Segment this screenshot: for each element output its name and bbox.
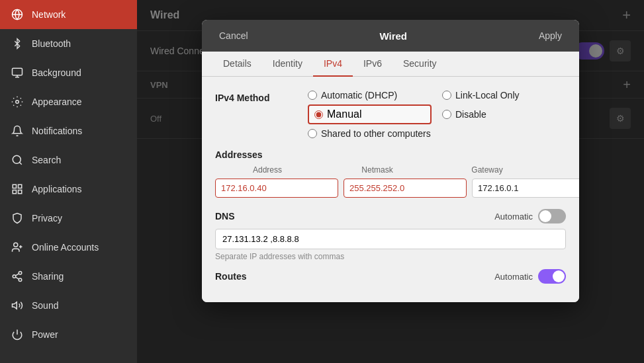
appearance-icon [11,95,24,108]
sidebar-label-notifications: Notifications [32,126,82,136]
sidebar-label-search: Search [32,155,61,165]
ipv4-method-label: IPv4 Method [215,90,308,103]
svg-point-6 [13,155,21,163]
sidebar-label-background: Background [32,67,81,78]
dns-input[interactable] [215,229,566,249]
dns-section: DNS Automatic Separate IP addresses with… [215,209,566,261]
netmask-input[interactable] [344,179,467,198]
power-icon [11,328,24,341]
svg-rect-11 [19,190,22,194]
sidebar-item-appearance[interactable]: Appearance [0,87,137,116]
routes-header-row: Routes Automatic [215,269,566,284]
svg-point-5 [16,101,19,104]
method-automatic-label: Automatic (DHCP) [321,90,397,101]
addresses-section: Addresses Address Netmask Gateway 🗑 [215,149,566,198]
cancel-button[interactable]: Cancel [212,28,255,44]
gateway-input[interactable] [472,179,579,198]
dns-hint: Separate IP addresses with commas [215,252,566,261]
routes-section: Routes Automatic [215,269,566,284]
sidebar-item-power[interactable]: Power [0,320,137,349]
tab-ipv6[interactable]: IPv6 [353,52,392,77]
sidebar-item-bluetooth[interactable]: Bluetooth [0,29,137,58]
sidebar-item-network[interactable]: Network [0,0,137,29]
tab-ipv4[interactable]: IPv4 [313,52,353,77]
method-manual-box[interactable]: Manual [308,104,432,124]
notifications-icon [11,124,24,138]
col-netmask-label: Netmask [325,165,430,175]
sidebar-item-privacy[interactable]: Privacy [0,204,137,233]
wired-modal: Cancel Wired Apply Details Identity IPv4… [202,20,579,302]
svg-rect-10 [13,190,16,194]
svg-rect-8 [13,184,16,188]
svg-line-18 [15,277,19,279]
privacy-icon [11,212,24,225]
modal-header: Cancel Wired Apply [202,20,579,52]
col-gateway-label: Gateway [435,165,539,175]
sidebar-label-privacy: Privacy [32,213,62,223]
sidebar-label-appearance: Appearance [32,97,82,107]
sidebar-item-sound[interactable]: Sound [0,291,137,320]
dns-auto-row: Automatic [494,209,566,223]
sidebar-label-bluetooth: Bluetooth [32,38,71,49]
tab-details[interactable]: Details [212,52,262,77]
sidebar-item-online-accounts[interactable]: Online Accounts [0,233,137,262]
address-row-1: 🗑 [215,177,566,198]
method-disable-radio[interactable] [442,110,451,119]
bluetooth-icon [11,37,24,50]
address-column-headers: Address Netmask Gateway [215,165,566,175]
dns-header-row: DNS Automatic [215,209,566,223]
routes-label: Routes [215,271,246,282]
sidebar-item-background[interactable]: Background [0,58,137,87]
sidebar-item-applications[interactable]: Applications [0,175,137,204]
svg-marker-20 [13,302,17,309]
modal-title: Wired [380,30,408,42]
ipv4-method-section: IPv4 Method Automatic (DHCP) Link-Local … [215,90,566,139]
modal-tabs: Details Identity IPv4 IPv6 Security [202,52,579,77]
network-icon [11,8,24,21]
sidebar-label-online-accounts: Online Accounts [32,242,99,253]
method-automatic-radio[interactable] [308,91,317,100]
dns-automatic-toggle[interactable] [538,209,566,223]
addresses-header: Addresses [215,149,566,160]
method-link-local-label: Link-Local Only [455,90,520,101]
method-automatic[interactable]: Automatic (DHCP) [308,90,432,101]
svg-line-19 [15,274,19,276]
routes-automatic-toggle[interactable] [538,269,566,284]
sidebar: Network Bluetooth Background Appearance [0,0,137,363]
svg-rect-2 [13,68,23,75]
svg-rect-9 [19,184,22,188]
sidebar-label-sharing: Sharing [32,271,64,282]
svg-point-12 [14,243,18,247]
sidebar-item-search[interactable]: Search [0,145,137,175]
dns-toggle-knob [539,210,551,222]
apply-button[interactable]: Apply [532,28,569,44]
sidebar-label-sound: Sound [32,300,58,311]
main-area: Wired + Wired Connection 1 ⚙ VPN + Off ⚙… [137,0,644,363]
routes-automatic-label: Automatic [494,272,533,282]
search-icon [11,153,24,167]
method-link-local-radio[interactable] [442,91,451,100]
method-shared-label: Shared to other computers [321,128,431,139]
method-shared-radio[interactable] [308,129,317,138]
routes-toggle-knob [553,270,565,282]
modal-overlay: Cancel Wired Apply Details Identity IPv4… [137,0,644,363]
dns-automatic-label: Automatic [494,212,533,222]
sidebar-label-power: Power [32,329,58,340]
applications-icon [11,182,24,196]
sidebar-label-applications: Applications [32,184,82,194]
sidebar-item-notifications[interactable]: Notifications [0,116,137,145]
tab-identity[interactable]: Identity [262,52,313,77]
address-input[interactable] [215,179,338,198]
sidebar-item-sharing[interactable]: Sharing [0,262,137,291]
method-manual-label: Manual [327,108,361,120]
svg-point-16 [13,275,16,278]
method-manual-radio[interactable] [314,110,323,119]
method-disable-label: Disable [455,109,486,120]
method-link-local[interactable]: Link-Local Only [442,90,566,101]
col-address-label: Address [215,165,320,175]
method-disable[interactable]: Disable [442,104,566,124]
modal-body: IPv4 Method Automatic (DHCP) Link-Local … [202,77,579,302]
ipv4-options: Automatic (DHCP) Link-Local Only Manual [308,90,566,139]
tab-security[interactable]: Security [392,52,447,77]
method-shared[interactable]: Shared to other computers [308,128,566,139]
